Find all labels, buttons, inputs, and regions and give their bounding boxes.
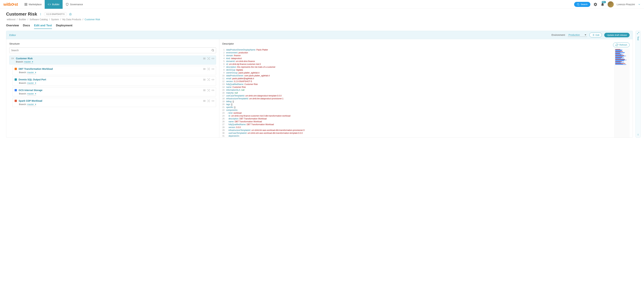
list-icon[interactable] [203, 89, 206, 92]
code-icon[interactable] [212, 68, 214, 70]
svg-rect-25 [14, 68, 17, 70]
svg-point-56 [208, 101, 209, 101]
nav-marketplace-label: Marketplace [29, 3, 42, 6]
component-icon [14, 67, 17, 70]
component-icon [14, 99, 17, 102]
tab-docs[interactable]: Docs [23, 24, 30, 29]
svg-point-8 [40, 15, 41, 15]
refresh-button[interactable]: Refresh [613, 43, 630, 47]
avatar[interactable] [608, 1, 614, 7]
tab-edit-and-test[interactable]: Edit and Test [34, 24, 52, 29]
focus-icon[interactable] [208, 100, 210, 102]
search-input[interactable] [11, 49, 212, 52]
search-button[interactable]: Search [574, 2, 590, 7]
notifications-button[interactable]: 99+ [600, 2, 604, 6]
drag-handle-icon[interactable] [637, 134, 639, 136]
grid-icon [24, 3, 28, 6]
shield-icon [66, 3, 69, 6]
svg-point-6 [40, 13, 41, 14]
svg-rect-1 [26, 3, 27, 4]
nav-governance[interactable]: Governance [62, 0, 86, 9]
list-icon[interactable] [203, 78, 206, 81]
svg-rect-41 [14, 89, 17, 91]
page-header: Customer Risk 0.2.0-SNAPSHOT-5 witboost/… [0, 9, 644, 29]
nav-marketplace[interactable]: Marketplace [21, 0, 45, 9]
descriptor-column: Descriptor Refresh 123456789101112131415… [219, 39, 633, 138]
breadcrumb-item[interactable]: Builder [19, 18, 26, 21]
code-icon[interactable] [212, 78, 214, 81]
branch-select[interactable]: master ▾ [27, 92, 36, 95]
edit-button[interactable]: Edit [589, 33, 602, 37]
component-icon [14, 89, 17, 92]
svg-line-58 [637, 33, 638, 34]
branch-select[interactable]: master ▾ [27, 82, 36, 85]
search-icon [212, 49, 214, 52]
test-panel-rail[interactable]: Test [636, 31, 640, 138]
main-nav: Marketplace Builder Governance [21, 0, 86, 9]
tree-node[interactable]: Spark CDP Workload Branch: master ▾ [12, 98, 216, 107]
star-icon[interactable] [69, 13, 72, 15]
svg-point-59 [638, 134, 638, 134]
focus-icon[interactable] [208, 57, 210, 60]
tab-deployment[interactable]: Deployment [56, 24, 72, 29]
tab-overview[interactable]: Overview [6, 24, 19, 29]
focus-icon[interactable] [208, 68, 210, 70]
nav-builder[interactable]: Builder [45, 0, 62, 9]
page-title: Customer Risk [6, 11, 37, 17]
test-label: Test [637, 36, 640, 40]
code-icon[interactable] [212, 89, 214, 92]
svg-point-7 [40, 14, 41, 14]
tree-root[interactable]: CR Customer Risk Branch: master ▾ [9, 56, 216, 64]
version-chip: 0.2.0-SNAPSHOT-5 [44, 12, 67, 16]
gear-icon [594, 2, 598, 6]
node-title: Spark CDP Workload [18, 100, 42, 102]
svg-line-5 [579, 5, 579, 5]
expand-icon[interactable] [637, 32, 639, 34]
panel-header-title: Editor [9, 34, 16, 36]
nav-governance-label: Governance [70, 3, 83, 6]
breadcrumb-item[interactable]: Software Catalog [30, 18, 48, 21]
list-icon[interactable] [203, 100, 206, 102]
branch-select[interactable]: master ▾ [27, 71, 36, 74]
component-icon [14, 78, 17, 81]
list-icon[interactable] [203, 68, 206, 70]
caret-down-icon [584, 34, 586, 35]
focus-icon[interactable] [208, 78, 210, 81]
tree-node[interactable]: GCS Internal Storage Branch: master ▾ [12, 87, 216, 96]
node-title: GCS Internal Storage [18, 89, 42, 92]
list-icon[interactable] [203, 57, 206, 60]
svg-point-60 [638, 134, 638, 134]
minimap[interactable]: ████████████████████████████████████████… [614, 48, 630, 138]
code-icon [48, 3, 51, 6]
code-editor[interactable]: 1234567891011121314151617181920212223242… [222, 48, 630, 138]
nav-builder-label: Builder [52, 3, 60, 6]
chevron-down-icon[interactable] [638, 3, 640, 6]
svg-line-17 [213, 51, 214, 51]
notification-badge: 99+ [602, 1, 606, 3]
svg-point-4 [577, 3, 579, 5]
node-initials: CR [11, 57, 14, 59]
more-vertical-icon[interactable] [39, 13, 42, 15]
svg-point-64 [638, 135, 638, 136]
structure-column: Structure CR Customer Risk [6, 39, 219, 138]
node-title: DBT Transformation Workload [18, 68, 53, 70]
branch-select[interactable]: master ▾ [24, 60, 33, 63]
node-title: Customer Risk [16, 57, 33, 60]
tree-node[interactable]: Dremio SQL Output Port Branch: master ▾ [12, 77, 216, 86]
gutter: 1234567891011121314151617181920212223242… [222, 48, 226, 138]
code-icon[interactable] [212, 100, 214, 102]
branch-select[interactable]: master ▾ [27, 103, 36, 106]
tree-node[interactable]: DBT Transformation Workload Branch: mast… [12, 66, 216, 75]
code-icon[interactable] [212, 57, 214, 60]
settings-button[interactable] [594, 2, 598, 6]
breadcrumb-item[interactable]: System [51, 18, 59, 21]
update-release-button[interactable]: Update draft release [604, 33, 630, 37]
node-title: Dremio SQL Output Port [18, 78, 46, 81]
focus-icon[interactable] [208, 89, 210, 92]
structure-search[interactable] [9, 47, 216, 53]
svg-rect-0 [25, 3, 26, 4]
breadcrumb-item[interactable]: My Data Products [62, 18, 81, 21]
breadcrumb-item[interactable]: witboost [7, 18, 16, 21]
environment-select[interactable]: Production [568, 33, 587, 37]
svg-point-32 [208, 69, 209, 69]
